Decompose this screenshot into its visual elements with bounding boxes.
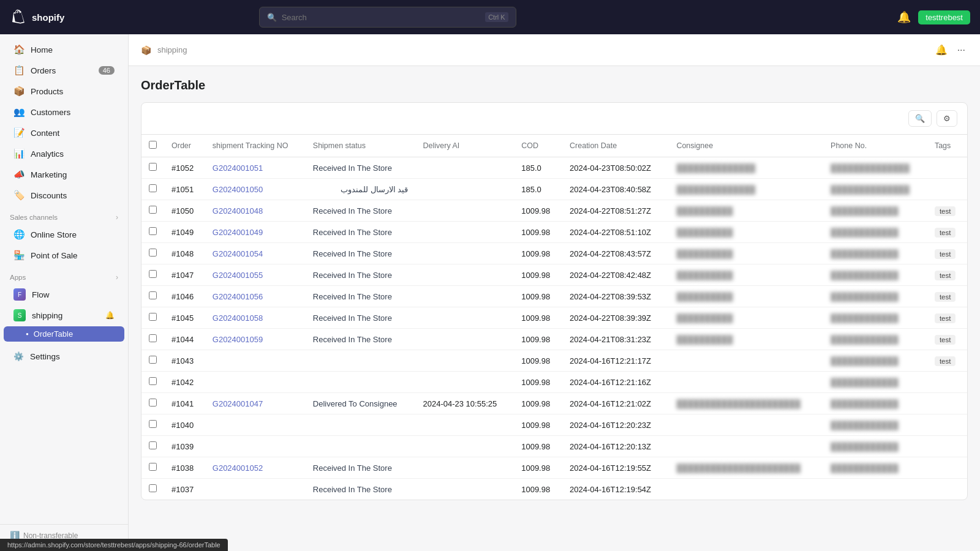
sidebar-item-flow[interactable]: F Flow: [4, 285, 124, 304]
notification-icon[interactable]: 🔔: [897, 10, 911, 24]
url-bar: https://admin.shopify.com/store/testtreb…: [0, 539, 228, 551]
search-toolbar-btn[interactable]: 🔍: [908, 110, 932, 127]
cell-consignee: ██████████: [669, 200, 823, 222]
page-title: OrderTable: [141, 78, 968, 92]
cell-status: [306, 372, 416, 393]
sidebar-label-shipping: shipping: [32, 311, 62, 320]
sidebar-item-content[interactable]: 📝 Content: [4, 123, 124, 143]
row-checkbox[interactable]: [149, 334, 157, 342]
tracking-link[interactable]: G2024001049: [213, 228, 263, 237]
cell-delivery-ai: [415, 264, 514, 286]
sidebar-item-analytics[interactable]: 📊 Analytics: [4, 144, 124, 163]
row-checkbox[interactable]: [149, 377, 157, 385]
row-checkbox[interactable]: [149, 463, 157, 471]
logo[interactable]: shopify: [10, 9, 64, 26]
cell-tracking: [205, 436, 306, 457]
tracking-link[interactable]: G2024001054: [213, 249, 263, 258]
table-row: #1049G2024001049Received In The Store100…: [141, 222, 967, 243]
row-checkbox[interactable]: [149, 206, 157, 214]
cell-tags: test: [927, 286, 967, 307]
tag-badge: test: [935, 228, 956, 238]
search-icon: 🔍: [267, 13, 277, 22]
tracking-link[interactable]: G2024001047: [213, 399, 263, 408]
tracking-link[interactable]: G2024001051: [213, 163, 263, 173]
sidebar-item-products[interactable]: 📦 Products: [4, 81, 124, 101]
search-bar[interactable]: 🔍 Ctrl K: [259, 7, 516, 28]
tracking-link[interactable]: G2024001052: [213, 463, 263, 473]
row-checkbox[interactable]: [149, 184, 157, 192]
cell-consignee: ██████████: [669, 243, 823, 264]
row-checkbox[interactable]: [149, 249, 157, 257]
table-row: #1051G2024001050قيد الارسال للمندوب185.0…: [141, 179, 967, 200]
row-checkbox[interactable]: [149, 270, 157, 278]
tracking-link[interactable]: G2024001058: [213, 313, 263, 323]
cell-phone: ████████████: [823, 286, 927, 307]
row-checkbox[interactable]: [149, 399, 157, 407]
cell-consignee: [669, 350, 823, 372]
sidebar-item-home[interactable]: 🏠 Home: [4, 40, 124, 59]
cell-delivery-ai: [415, 414, 514, 436]
cell-phone: ██████████████: [823, 179, 927, 200]
cell-consignee: ██████████: [669, 329, 823, 350]
tracking-link[interactable]: G2024001059: [213, 335, 263, 344]
sidebar-item-settings[interactable]: ⚙️ Settings: [4, 347, 124, 365]
sidebar-label-marketing: Marketing: [31, 170, 67, 179]
sidebar-label-customers: Customers: [31, 108, 70, 117]
header-more-btn[interactable]: ···: [955, 42, 968, 58]
sidebar-item-pos[interactable]: 🏪 Point of Sale: [4, 246, 124, 265]
marketing-icon: 📣: [13, 169, 24, 180]
sidebar-item-discounts[interactable]: 🏷️ Discounts: [4, 186, 124, 205]
filter-icon: ⚙: [943, 114, 951, 123]
table-row: #10421009.982024-04-16T12:21:16Z████████…: [141, 372, 967, 393]
table-row: #10431009.982024-04-16T12:21:17Z████████…: [141, 350, 967, 372]
row-checkbox[interactable]: [149, 441, 157, 449]
sidebar-label-ordertable: OrderTable: [34, 329, 73, 339]
cell-creation-date: 2024-04-22T08:43:57Z: [562, 243, 669, 264]
select-all-checkbox[interactable]: [149, 141, 157, 149]
tracking-link[interactable]: G2024001055: [213, 271, 263, 280]
apps-arrow[interactable]: ›: [116, 273, 118, 282]
sidebar-label-analytics: Analytics: [31, 149, 64, 159]
cell-consignee: [669, 414, 823, 436]
sidebar-subitem-ordertable[interactable]: ● OrderTable: [4, 326, 124, 342]
sidebar-item-marketing[interactable]: 📣 Marketing: [4, 165, 124, 184]
row-checkbox[interactable]: [149, 227, 157, 235]
filter-toolbar-btn[interactable]: ⚙: [937, 110, 957, 127]
tag-badge: test: [935, 271, 956, 280]
sidebar-item-online-store[interactable]: 🌐 Online Store: [4, 225, 124, 244]
cell-cod: 1009.98: [514, 307, 562, 329]
cell-status: Received In The Store: [306, 329, 416, 350]
search-input[interactable]: [282, 13, 481, 22]
cell-creation-date: 2024-04-22T08:39:53Z: [562, 286, 669, 307]
row-checkbox[interactable]: [149, 313, 157, 321]
cell-delivery-ai: [415, 200, 514, 222]
cell-consignee: [669, 479, 823, 500]
home-icon: 🏠: [13, 44, 24, 55]
cell-status: Received In The Store: [306, 457, 416, 479]
row-checkbox[interactable]: [149, 291, 157, 299]
cell-cod: 1009.98: [514, 200, 562, 222]
sidebar-item-orders[interactable]: 📋 Orders 46: [4, 61, 124, 80]
cell-consignee: [669, 436, 823, 457]
cell-creation-date: 2024-04-22T08:51:27Z: [562, 200, 669, 222]
tracking-link[interactable]: G2024001050: [213, 185, 263, 194]
table-row: #1037Received In The Store1009.982024-04…: [141, 479, 967, 500]
col-consignee: Consignee: [669, 135, 823, 157]
cell-cod: 1009.98: [514, 329, 562, 350]
row-checkbox[interactable]: [149, 420, 157, 428]
tag-badge: test: [935, 335, 956, 345]
sidebar-item-shipping[interactable]: S shipping 🔔: [4, 305, 124, 325]
cell-delivery-ai: [415, 329, 514, 350]
tracking-link[interactable]: G2024001048: [213, 206, 263, 216]
cell-order: #1041: [164, 393, 205, 414]
row-checkbox[interactable]: [149, 484, 157, 492]
row-checkbox[interactable]: [149, 163, 157, 171]
user-badge[interactable]: testtrebest: [918, 10, 970, 24]
tracking-link[interactable]: G2024001056: [213, 292, 263, 301]
table-row: #1050G2024001048Received In The Store100…: [141, 200, 967, 222]
row-checkbox[interactable]: [149, 356, 157, 364]
header-notification-btn[interactable]: 🔔: [933, 42, 950, 58]
sidebar-item-customers[interactable]: 👥 Customers: [4, 102, 124, 122]
sales-channels-arrow[interactable]: ›: [116, 213, 118, 222]
table-row: #1048G2024001054Received In The Store100…: [141, 243, 967, 264]
